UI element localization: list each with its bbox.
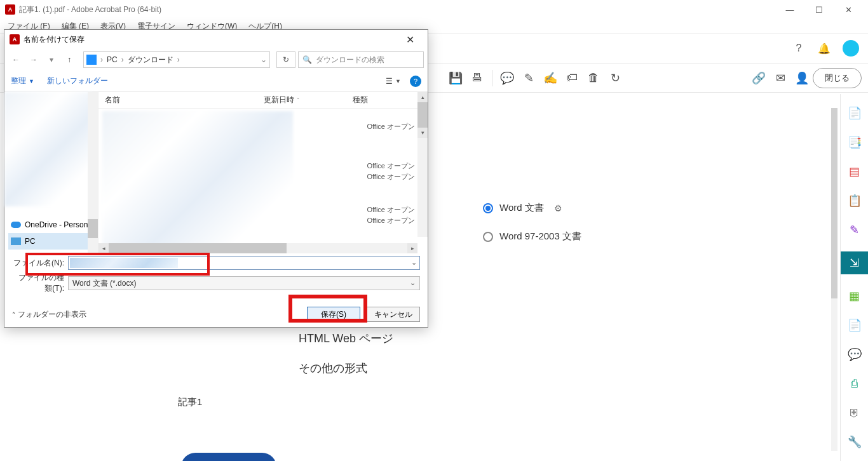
radio-word-doc[interactable]: Word 文書 ⚙ [483, 202, 840, 214]
filetype-combo[interactable]: Word 文書 (*.docx)⌄ [68, 276, 420, 290]
col-modified[interactable]: 更新日時 ˅ [257, 95, 346, 105]
more-tools-icon[interactable]: 🔧 [847, 434, 862, 450]
avatar[interactable] [843, 40, 859, 57]
radio-word-97-label: Word 97-2003 文書 [499, 230, 581, 243]
mail-icon[interactable]: ✉ [770, 67, 791, 89]
dialog-nav-row: ← → ▾ ↑ › PC › ダウンロード › ⌄ ↻ 🔍 ダウンロードの検索 [4, 49, 428, 70]
col-name[interactable]: 名前 [98, 95, 257, 105]
app-icon: A [5, 4, 15, 15]
organize-menu[interactable]: 整理 ▼ [11, 76, 34, 86]
dialog-search-input[interactable]: 🔍 ダウンロードの検索 [298, 51, 424, 68]
export-pdf-icon[interactable]: ⇲ [841, 251, 869, 274]
filename-dropdown-icon[interactable]: ⌄ [411, 258, 417, 267]
filetype-label: ファイルの種類(T): [12, 272, 68, 294]
nav-up-button[interactable]: ↑ [62, 52, 77, 67]
stamp-icon[interactable]: 🏷 [561, 67, 583, 89]
request-sign-icon[interactable]: 📋 [847, 193, 862, 208]
nav-scrollbar[interactable] [88, 92, 98, 253]
organize-icon[interactable]: ▦ [847, 288, 862, 304]
save-icon[interactable]: 💾 [445, 67, 466, 89]
new-folder-button[interactable]: 新しいフォルダー [47, 76, 108, 86]
comment-icon[interactable]: 💬 [496, 67, 518, 89]
nav-blur [4, 92, 92, 206]
maximize-button[interactable]: ☐ [804, 0, 834, 19]
title-bar: A 記事1. (1).pdf - Adobe Acrobat Pro (64-b… [0, 0, 868, 19]
cloud-icon [11, 222, 21, 228]
cat-html[interactable]: HTML Web ページ [299, 324, 445, 354]
file-vscrollbar[interactable]: ▴▾ [417, 92, 428, 237]
dialog-close-button[interactable]: ✕ [397, 34, 423, 46]
rotate-icon[interactable]: ↻ [604, 67, 626, 89]
radio-on-icon [483, 203, 493, 213]
file-hscrollbar[interactable]: ◂▸ [98, 243, 417, 253]
radio-word-97[interactable]: Word 97-2003 文書 [483, 230, 840, 243]
pc-icon [11, 237, 21, 245]
crumb-pc[interactable]: PC [107, 55, 118, 64]
link-icon[interactable]: 🔗 [748, 67, 770, 89]
close-panel-button[interactable]: 閉じる [813, 68, 862, 88]
gear-icon[interactable]: ⚙ [554, 203, 562, 213]
refresh-button[interactable]: ↻ [276, 51, 295, 68]
edit-pdf-icon[interactable]: ▤ [847, 164, 862, 179]
pc-drive-icon [86, 55, 97, 65]
file-type-column-values: Office オープン Office オープン Office オープン Offi… [367, 121, 415, 227]
source-file-label: 記事1 [178, 396, 445, 408]
col-type[interactable]: 種類 [346, 95, 428, 105]
dialog-toolbar: 整理 ▼ 新しいフォルダー ☰ ▼ ? [4, 70, 428, 92]
tool-rail: 📄 📑 ▤ 📋 ✎ ⇲ ▦ 📄 💬 ⎙ ⛨ 🔧 [840, 94, 868, 461]
file-list-blur [102, 111, 293, 251]
dialog-help-button[interactable]: ? [410, 76, 421, 87]
protect-icon[interactable]: ⛨ [847, 405, 862, 420]
help-icon[interactable]: ? [792, 41, 806, 55]
annotation-save-highlight [288, 295, 367, 323]
file-list-pane: 名前 更新日時 ˅ 種類 Office オープン Office オープン Off… [98, 92, 428, 253]
search-icon: 🔍 [302, 55, 312, 64]
dialog-title-bar: A 名前を付けて保存 ✕ [4, 30, 428, 49]
hide-folders-toggle[interactable]: ˄ フォルダーの非表示 [12, 309, 86, 320]
nav-recent-button[interactable]: ▾ [44, 52, 59, 67]
file-list-header: 名前 更新日時 ˅ 種類 [98, 92, 428, 109]
combine-icon[interactable]: 📑 [847, 135, 862, 150]
save-as-dialog: A 名前を付けて保存 ✕ ← → ▾ ↑ › PC › ダウンロード › ⌄ ↻… [4, 29, 428, 328]
minimize-button[interactable]: — [775, 0, 804, 19]
fill-sign-icon[interactable]: ✎ [847, 222, 862, 237]
annotation-filename-highlight [25, 253, 210, 276]
sign-icon[interactable]: ✍ [539, 67, 561, 89]
cat-other[interactable]: その他の形式 [299, 354, 445, 384]
comment-tool-icon[interactable]: 💬 [847, 347, 862, 362]
crumb-downloads[interactable]: ダウンロード [128, 55, 173, 65]
nav-pc[interactable]: PC [8, 233, 98, 250]
window-title: 記事1. (1).pdf - Adobe Acrobat Pro (64-bit… [19, 4, 161, 15]
filetype-dropdown-icon[interactable]: ⌄ [410, 279, 416, 287]
nav-back-button[interactable]: ← [8, 52, 24, 67]
address-bar[interactable]: › PC › ダウンロード › ⌄ [83, 51, 270, 68]
view-mode-button[interactable]: ☰ ▼ [386, 77, 401, 86]
cancel-button[interactable]: キャンセル [367, 307, 420, 322]
account-icon[interactable]: 👤 [791, 67, 813, 89]
dialog-app-icon: A [10, 34, 20, 44]
create-pdf-icon[interactable]: 📄 [847, 105, 862, 121]
content-scrollbar[interactable] [831, 108, 837, 451]
close-window-button[interactable]: ✕ [834, 0, 863, 19]
radio-word-doc-label: Word 文書 [499, 202, 544, 214]
radio-off-icon [483, 232, 493, 242]
nav-onedrive[interactable]: OneDrive - Person [8, 217, 98, 233]
highlight-icon[interactable]: ✎ [518, 67, 539, 89]
bell-icon[interactable]: 🔔 [817, 41, 831, 55]
send-comments-icon[interactable]: 📄 [847, 317, 862, 333]
delete-icon[interactable]: 🗑 [583, 67, 604, 89]
dialog-title: 名前を付けて保存 [24, 34, 85, 45]
dialog-body: OneDrive - Person PC 名前 更新日時 ˅ 種類 Office… [4, 92, 428, 253]
print-icon[interactable]: 🖶 [466, 67, 488, 89]
nav-pane: OneDrive - Person PC [4, 92, 98, 253]
export-button[interactable]: 書き出し [181, 453, 276, 461]
search-placeholder: ダウンロードの検索 [316, 55, 384, 65]
scan-icon[interactable]: ⎙ [847, 376, 862, 391]
nav-forward-button[interactable]: → [26, 52, 41, 67]
address-dropdown-icon[interactable]: ⌄ [261, 55, 267, 64]
